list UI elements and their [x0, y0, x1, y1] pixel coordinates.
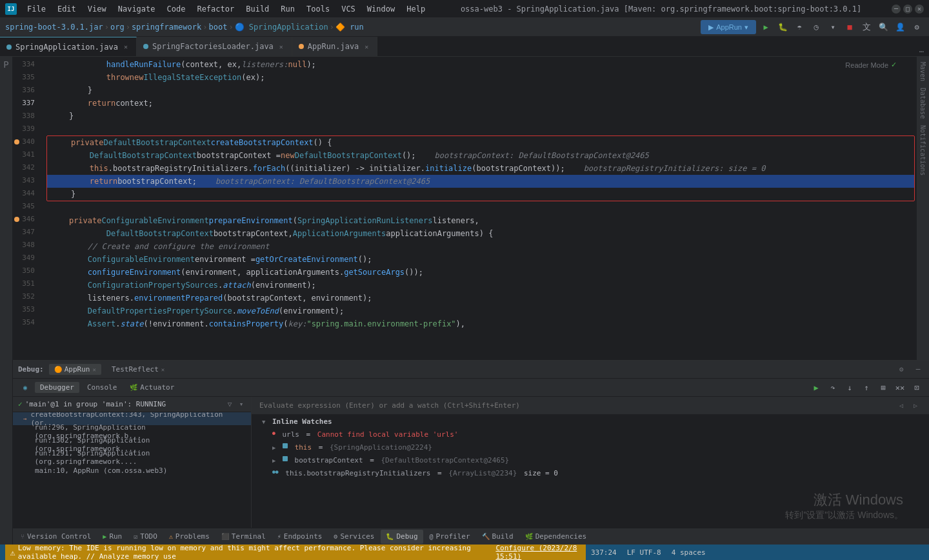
maven-tab[interactable]: Maven — [918, 59, 928, 84]
menu-build[interactable]: Build — [241, 3, 274, 15]
translate-button[interactable]: 文 — [859, 20, 874, 34]
tab-close-apprun[interactable]: ✕ — [363, 43, 370, 51]
project-icon[interactable]: P — [1, 59, 12, 70]
coverage-button[interactable]: ☂ — [792, 20, 806, 34]
tab-profiler[interactable]: @ Profiler — [425, 530, 475, 544]
code-line-341: DefaultBootstrapContext bootstrapContext… — [47, 149, 914, 162]
notifications-tab[interactable]: Notifications — [918, 123, 928, 178]
tab-run-label: Run — [109, 532, 122, 541]
watches-next-btn[interactable]: ▷ — [910, 400, 921, 412]
console-subtab[interactable]: Console — [82, 382, 122, 393]
debugger-subtab[interactable]: Debugger — [35, 382, 79, 393]
tab-springapplication[interactable]: SpringApplication.java ✕ — [0, 37, 137, 56]
tab-problems[interactable]: ⚠ Problems — [164, 530, 215, 544]
breadcrumb-method[interactable]: 🔶 run — [335, 23, 364, 32]
watches-prev-btn[interactable]: ◁ — [895, 400, 907, 412]
tab-terminal[interactable]: ⬛ Terminal — [216, 530, 271, 544]
menu-window[interactable]: Window — [362, 3, 400, 15]
debug-header: Debug: 🟠 AppRun ✕ TestReflect ✕ ⚙ ─ — [13, 361, 929, 379]
reader-mode-button[interactable]: Reader Mode ✓ — [845, 61, 897, 69]
debug-tab-testreflect[interactable]: TestReflect ✕ — [106, 364, 170, 375]
watches-expression-input[interactable] — [259, 401, 895, 410]
debug-tab-apprun-close[interactable]: ✕ — [93, 366, 96, 373]
tab-build[interactable]: 🔨 Build — [477, 530, 519, 544]
menu-view[interactable]: View — [83, 3, 112, 15]
debug-expand-icon[interactable]: ⊡ — [910, 381, 924, 395]
tab-label-apprun: AppRun.java — [308, 42, 359, 51]
search-button[interactable]: 🔍 — [876, 20, 890, 34]
frame-item-3[interactable]: run:1291, SpringApplication (org.springf… — [13, 451, 251, 464]
watch-item-bootstrapcontext[interactable]: ▶ bootstrapContext = {DefaultBootstrapCo… — [252, 455, 929, 468]
configure-link[interactable]: Configure (2023/2/8 15:51) — [495, 544, 581, 560]
watch-error-icon: ● — [272, 430, 275, 436]
debug-step-over-icon[interactable]: ↷ — [826, 381, 840, 395]
breadcrumb-jar[interactable]: spring-boot-3.0.1.jar — [5, 23, 103, 32]
line-350: 350 — [13, 265, 40, 277]
watch-type-icon-this — [283, 443, 288, 448]
watch-item-urls[interactable]: ● urls = Cannot find local variable 'url… — [252, 429, 929, 442]
frames-dropdown-icon[interactable]: ▾ — [237, 400, 246, 409]
status-encoding[interactable]: LF UTF-8 — [622, 548, 666, 557]
tab-overflow[interactable]: ⋯ — [914, 47, 929, 56]
minimize-button[interactable]: ─ — [892, 5, 901, 14]
frame-name-3: run:1291, SpringApplication (org.springf… — [35, 449, 248, 466]
debug-step-out-icon[interactable]: ↑ — [859, 381, 874, 395]
debug-frames-icon[interactable]: ⊞ — [876, 381, 890, 395]
tab-close-springapplication[interactable]: ✕ — [122, 43, 130, 51]
watch-expand-this[interactable]: ▶ — [272, 445, 280, 451]
debug-show-icon[interactable]: ◉ — [18, 381, 32, 395]
menu-vcs[interactable]: VCS — [336, 3, 361, 15]
menu-navigate[interactable]: Navigate — [113, 3, 161, 15]
stop-button[interactable]: ■ — [843, 20, 857, 34]
code-line-336: } — [45, 84, 916, 97]
run-button[interactable]: ▶ — [759, 20, 773, 34]
database-tab[interactable]: Database — [918, 85, 928, 121]
actuator-subtab[interactable]: 🌿 Actuator — [125, 382, 179, 393]
tab-services[interactable]: ⚙ Services — [328, 530, 379, 544]
menu-tools[interactable]: Tools — [301, 3, 335, 15]
settings-button[interactable]: ⚙ — [910, 20, 924, 34]
frame-item-4[interactable]: main:10, AppRun (com.ossa.web3) — [13, 464, 251, 477]
debug-resume-icon[interactable]: ▶ — [809, 381, 823, 395]
maximize-button[interactable]: □ — [903, 5, 912, 14]
debug-step-into-icon[interactable]: ↓ — [843, 381, 857, 395]
status-position[interactable]: 337:24 — [586, 548, 622, 557]
tab-close-springfactories[interactable]: ✕ — [277, 43, 285, 51]
status-spaces[interactable]: 4 spaces — [666, 548, 711, 557]
close-button[interactable]: ✕ — [915, 5, 924, 14]
breadcrumb-boot[interactable]: boot — [208, 23, 227, 32]
tab-springfactories[interactable]: SpringFactoriesLoader.java ✕ — [137, 37, 292, 56]
debug-tab-testreflect-close[interactable]: ✕ — [161, 366, 165, 373]
debug-tab-apprun[interactable]: 🟠 AppRun ✕ — [49, 364, 101, 375]
watch-item-this[interactable]: ▶ this = {SpringApplication@2224} — [252, 442, 929, 455]
menu-edit[interactable]: Edit — [52, 3, 81, 15]
breadcrumb-class[interactable]: 🔵 SpringApplication — [235, 23, 328, 32]
menu-code[interactable]: Code — [162, 3, 191, 15]
tab-run[interactable]: ▶ Run — [97, 530, 127, 544]
run-config-button[interactable]: ▶ AppRun ▾ — [701, 20, 756, 34]
debug-button[interactable]: 🐛 — [775, 20, 790, 34]
breadcrumb-springframework[interactable]: springframework — [132, 23, 201, 32]
tab-todo[interactable]: ☑ TODO — [128, 530, 163, 544]
tab-version-control[interactable]: ⑂ Version Control — [15, 530, 96, 544]
frames-filter-icon[interactable]: ▽ — [225, 400, 234, 409]
debug-minimize-icon[interactable]: ─ — [912, 364, 924, 375]
profile-button[interactable]: ◷ — [809, 20, 823, 34]
debug-mute-icon[interactable]: ✕✕ — [893, 381, 907, 395]
menu-help[interactable]: Help — [401, 3, 430, 15]
tab-debug[interactable]: 🐛 Debug — [381, 530, 423, 544]
menu-run[interactable]: Run — [275, 3, 300, 15]
debug-settings-icon[interactable]: ⚙ — [895, 364, 907, 375]
user-button[interactable]: 👤 — [893, 20, 907, 34]
dropdown-button[interactable]: ▾ — [826, 20, 840, 34]
status-warning-area[interactable]: ⚠ Low memory: The IDE is running low on … — [5, 545, 586, 560]
tab-endpoints[interactable]: ⚡ Endpoints — [272, 530, 328, 544]
menu-file[interactable]: File — [22, 3, 51, 15]
watch-item-initializers[interactable]: ●● this.bootstrapRegistryInitializers = … — [252, 468, 929, 481]
menu-refactor[interactable]: Refactor — [192, 3, 239, 15]
line-354: 354 — [13, 316, 40, 329]
tab-apprun[interactable]: AppRun.java ✕ — [292, 37, 378, 56]
tab-dependencies[interactable]: 🌿 Dependencies — [520, 530, 592, 544]
breadcrumb-org[interactable]: org — [110, 23, 125, 32]
watch-expand-bootstrap[interactable]: ▶ — [272, 457, 280, 464]
